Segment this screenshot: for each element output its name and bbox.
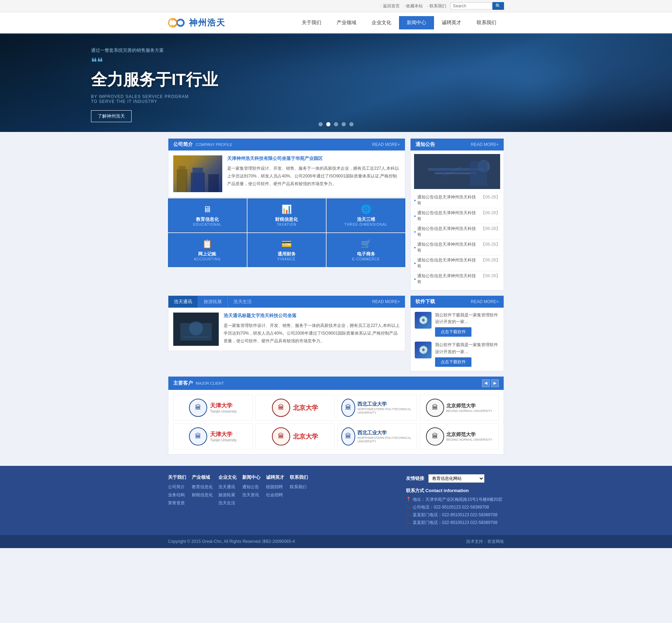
nav-item-about[interactable]: 关于我们 <box>294 16 329 29</box>
service-ecommerce-en: E-COMMERCE <box>352 257 380 261</box>
footer-link-contact-0[interactable]: 联系我们 <box>290 484 308 490</box>
copyright-text: Copyright © 2015 Great-Chn, All Rights R… <box>168 539 295 545</box>
company-title-link[interactable]: 天津神州浩天科技有限公司坐落于华苑产业园区 <box>227 155 400 162</box>
footer-link-about-0[interactable]: 公司简介 <box>168 484 186 490</box>
company-body: 是一家集管理软件设计、开发、销售、服务于一体的高新技术企业，拥有员工近227人,… <box>227 164 400 188</box>
notice-item-5[interactable]: ▪通知公告信息天津神州浩天科技有 【06-28】 <box>414 271 500 287</box>
notice-item-3[interactable]: ▪通知公告信息天津神州浩天科技有 【06-28】 <box>414 240 500 255</box>
hero-banner: 通过一整套系统完善的销售服务方案 ❝❝ 全力服务于IT行业 BY IMPROVE… <box>0 34 672 132</box>
logo[interactable]: 神州浩天 <box>168 16 225 30</box>
footer-friendly-links-select[interactable]: 教育信息化网站 <box>428 474 484 483</box>
news-tab-1[interactable]: 旅游拓展 <box>198 296 228 308</box>
hero-cta-button[interactable]: 了解神州浩天 <box>91 110 132 122</box>
client-beijing-normal-2[interactable]: 🏛 北京师范大学 BEIJING NORMAL UNIVERSITY <box>420 424 499 449</box>
footer-link-news-0[interactable]: 通知公告 <box>242 484 260 490</box>
client-beijing-2[interactable]: 🏛 北京大学 <box>255 424 335 449</box>
client-northwestern-1[interactable]: 🏛 西北工业大学 NORTHWESTERN POLYTECHNICAL UNIV… <box>337 395 417 421</box>
client-beijing-normal-1[interactable]: 🏛 北京师范大学 BEIJING NORMAL UNIVERSITY <box>420 395 499 421</box>
software-list: 💿 我公软件下载我是一家集管理软件设计开发的一家… 点击下载软件 💿 我公软件下… <box>411 308 504 371</box>
footer-contact-title: 联系方式 Contact information <box>406 488 504 494</box>
footer-link-about-1[interactable]: 业务结构 <box>168 492 186 498</box>
service-taxation[interactable]: 📊 财税信息化 TAXATION <box>247 198 326 232</box>
phone2-icon: 📞 <box>406 512 411 517</box>
footer-link-news-1[interactable]: 浩天资讯 <box>242 492 260 498</box>
hero-dot-2[interactable] <box>334 122 338 126</box>
nav-item-recruit[interactable]: 诚聘英才 <box>434 16 469 29</box>
clients-prev-button[interactable]: ◀ <box>482 379 490 387</box>
clients-next-button[interactable]: ▶ <box>491 379 499 387</box>
footer-col-contact: 联系我们 联系我们 <box>290 474 308 527</box>
footer-col-industry: 产业领域 教育信息化 财税信息化 <box>192 474 213 527</box>
news-tab-2[interactable]: 浩天生活 <box>228 296 257 308</box>
footer-link-industry-0[interactable]: 教育信息化 <box>192 484 213 490</box>
notices-read-more[interactable]: READ MORE+ <box>471 142 499 147</box>
section-header-software: 软件下载 READ MORE+ <box>411 296 504 308</box>
notice-item-4[interactable]: ▪通知公告信息天津神州浩天科技有 【06-28】 <box>414 255 500 271</box>
service-finance-icon: 💳 <box>281 239 292 249</box>
footer-col-about-title[interactable]: 关于我们 <box>168 474 186 481</box>
header: 神州浩天 关于我们 产业领域 企业文化 新闻中心 诚聘英才 联系我们 <box>0 12 672 34</box>
software-read-more[interactable]: READ MORE+ <box>471 299 499 304</box>
news-card: 浩天通讯 旅游拓展 浩天生活 READ MORE+ <box>168 295 405 351</box>
client-beijing-1[interactable]: 🏛 北京大学 <box>255 395 335 421</box>
footer-link-about-2[interactable]: 荣誉资质 <box>168 500 186 506</box>
nav-item-news[interactable]: 新闻中心 <box>399 16 434 29</box>
topbar-link-contact[interactable]: · 联系我们 <box>427 3 446 9</box>
software-desc-0: 我公软件下载我是一家集管理软件设计开发的一家… <box>435 312 499 325</box>
software-download-btn-1[interactable]: 点击下载软件 <box>435 357 471 367</box>
notice-date-1: 【06-28】 <box>481 210 500 222</box>
footer-link-recruit-0[interactable]: 校园招聘 <box>266 484 284 490</box>
footer-link-culture-0[interactable]: 浩天通讯 <box>218 484 237 490</box>
company-read-more[interactable]: READ MORE+ <box>372 142 400 147</box>
client-tianjin-1[interactable]: 🏛 天津大学 Tianjin University <box>173 395 253 421</box>
service-3d-icon: 🌐 <box>361 204 371 214</box>
footer-bottom: Copyright © 2015 Great-Chn, All Rights R… <box>0 535 672 548</box>
software-item-0: 💿 我公软件下载我是一家集管理软件设计开发的一家… 点击下载软件 <box>415 312 499 337</box>
clients-header: 主要客户 MAJOR CLIENT ◀ ▶ <box>168 377 504 390</box>
company-image <box>173 155 222 192</box>
footer-col-culture: 企业文化 浩天通讯 旅游拓展 浩天生活 <box>218 474 237 527</box>
topbar-link-home[interactable]: · 返回首页 <box>380 3 400 9</box>
hero-dot-1[interactable] <box>326 122 330 126</box>
news-article-title[interactable]: 浩天通讯标题文字浩天科技公司坐落 <box>224 313 400 319</box>
service-ecommerce[interactable]: 🛒 电子商务 E-COMMERCE <box>327 233 405 267</box>
nav-item-culture[interactable]: 企业文化 <box>364 16 399 29</box>
client-northwestern-2[interactable]: 🏛 西北工业大学 NORTHWESTERN POLYTECHNICAL UNIV… <box>337 424 417 449</box>
footer-link-culture-1[interactable]: 旅游拓展 <box>218 492 237 498</box>
footer-col-contact-title[interactable]: 联系我们 <box>290 474 308 481</box>
search-button[interactable]: 🔍 <box>492 2 504 10</box>
footer-col-recruit: 诚聘英才 校园招聘 社会招聘 <box>266 474 284 527</box>
notice-item-0[interactable]: ▪通知公告信息天津神州浩天科技有 【06-28】 <box>414 192 500 208</box>
service-grid: 🖥 教育信息化 EDUCATIONAL 📊 财税信息化 TAXATION 🌐 浩… <box>168 198 405 267</box>
notices-card: 通知公告 READ MORE+ <box>410 138 504 290</box>
hero-dot-0[interactable] <box>318 122 323 126</box>
service-3d[interactable]: 🌐 浩天三维 THREE-DIMENSIONAL <box>327 198 405 232</box>
service-educational[interactable]: 🖥 教育信息化 EDUCATIONAL <box>168 198 247 232</box>
topbar-link-favorite[interactable]: · 收藏本站 <box>404 3 423 9</box>
notice-item-1[interactable]: ▪通知公告信息天津神州浩天科技有 【06-28】 <box>414 208 500 224</box>
software-download-btn-0[interactable]: 点击下载软件 <box>435 327 471 337</box>
footer-link-culture-2[interactable]: 浩天生活 <box>218 500 237 506</box>
hero-title: 全力服务于IT行业 <box>91 69 218 91</box>
hero-dot-4[interactable] <box>349 122 354 126</box>
footer-col-recruit-title[interactable]: 诚聘英才 <box>266 474 284 481</box>
service-finance[interactable]: 💳 通用财务 FINANCE <box>247 233 326 267</box>
nav-item-contact[interactable]: 联系我们 <box>469 16 504 29</box>
company-profile-card: 公司简介 COMPANY PROFILE READ MORE+ <box>168 138 405 197</box>
footer-link-industry-1[interactable]: 财税信息化 <box>192 492 213 498</box>
search-input[interactable] <box>450 2 492 9</box>
footer-col-culture-title[interactable]: 企业文化 <box>218 474 237 481</box>
footer-col-news-title[interactable]: 新闻中心 <box>242 474 260 481</box>
footer-col-industry-title[interactable]: 产业领域 <box>192 474 213 481</box>
notice-item-2[interactable]: ▪通知公告信息天津神州浩天科技有 【06-28】 <box>414 224 500 240</box>
footer-link-recruit-1[interactable]: 社会招聘 <box>266 492 284 498</box>
hero-dot-3[interactable] <box>342 122 346 126</box>
svg-rect-5 <box>192 168 203 192</box>
client-tianjin-2[interactable]: 🏛 天津大学 Tianjin University <box>173 424 253 449</box>
nav-item-industry[interactable]: 产业领域 <box>329 16 364 29</box>
notices-list: ▪通知公告信息天津神州浩天科技有 【06-28】 ▪通知公告信息天津神州浩天科技… <box>411 191 504 290</box>
news-read-more[interactable]: READ MORE+ <box>367 296 405 307</box>
news-tab-0[interactable]: 浩天通讯 <box>168 296 198 308</box>
service-3d-en: THREE-DIMENSIONAL <box>344 223 387 226</box>
service-accounting[interactable]: 📋 网上记账 ACCOUNTING <box>168 233 247 267</box>
